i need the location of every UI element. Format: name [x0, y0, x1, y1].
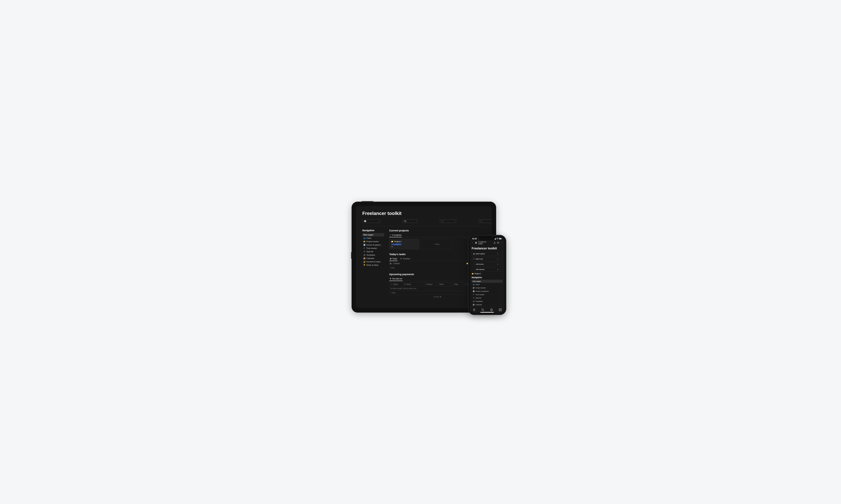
- col-client[interactable]: ↗Client: [436, 283, 451, 286]
- search-tab-icon[interactable]: [481, 308, 484, 311]
- more-icon[interactable]: ⋯: [500, 287, 502, 289]
- sidebar-item-client[interactable]: 👥Client: [362, 236, 384, 240]
- sidebar-item-templates[interactable]: ▤Templates: [362, 253, 384, 257]
- notifications-tab-icon[interactable]: [490, 308, 493, 311]
- folder-icon: 📁: [472, 273, 473, 275]
- breadcrumb[interactable]: Freelancer toolkit: [478, 241, 491, 245]
- ph-side-invoice[interactable]: 🧾Invoice & payment⋯: [472, 290, 503, 293]
- more-icon[interactable]: ⋯: [499, 269, 501, 270]
- svg-point-4: [482, 309, 483, 310]
- sidebar: Navigation Main pages 👥Client 📁Project t…: [362, 229, 384, 301]
- add-expense-button[interactable]: ↓ Add expense: [478, 219, 492, 223]
- ipad-hw-button: [362, 201, 373, 202]
- col-status[interactable]: ✦Status: [389, 283, 403, 286]
- comment-icon[interactable]: [497, 242, 499, 244]
- col-name[interactable]: AaName: [403, 283, 423, 286]
- sidebar-label: Time tracker: [366, 247, 377, 249]
- nav-bar: ‹ 📄 Freelancer toolkit ⋯: [470, 240, 505, 245]
- ph-quick-note[interactable]: ✎Quick note ⊚⋯: [472, 257, 503, 261]
- ph-add-expense[interactable]: ↓Add expense ⊚⋯: [472, 268, 503, 271]
- globe-icon: ◑: [390, 258, 391, 259]
- tab-label: In progress: [392, 234, 401, 236]
- ph-side-task-list[interactable]: ☑Task list⋯: [472, 296, 503, 300]
- task-name: Untitled: [393, 262, 400, 265]
- more-icon[interactable]: ⋯: [500, 290, 502, 292]
- quick-note-button[interactable]: Quick note: [402, 219, 418, 223]
- tab-label: Overdue: [403, 258, 410, 260]
- tab-today[interactable]: ◑ Today: [389, 257, 397, 261]
- quick-capture-label: Quick capture: [367, 220, 379, 222]
- arrow-up-icon: ↑: [473, 263, 475, 265]
- ph-side-main-pages[interactable]: Main pages: [472, 280, 503, 283]
- sparkle-icon: ✦: [391, 283, 392, 285]
- doc-icon: 📄: [475, 242, 477, 244]
- ph-side-templates[interactable]: ▤Templates⋯: [472, 300, 503, 303]
- ph-add-income[interactable]: ↑Add income ⊚⋯: [472, 262, 503, 266]
- list-tab-icon[interactable]: [472, 308, 476, 311]
- tab-not-paid-yet[interactable]: ⊗ Not paid yet: [389, 277, 402, 281]
- ph-side-client[interactable]: 👥Client⋯: [472, 283, 503, 286]
- sidebar-title: Navigation: [362, 229, 384, 232]
- sidebar-item-time-tracker[interactable]: ⏱Time tracker: [362, 247, 384, 250]
- project-label: Project 1: [475, 273, 481, 275]
- more-icon[interactable]: ⋯: [499, 258, 501, 260]
- folder-icon: 📁: [473, 287, 475, 289]
- add-income-label: Add income: [445, 220, 454, 222]
- back-button[interactable]: ‹: [471, 242, 473, 244]
- sidebar-header-label: Main pages: [363, 234, 373, 236]
- tab-label: Today: [392, 258, 397, 260]
- ph-side-time-tracker[interactable]: ⏱Time tracker⋯: [472, 293, 503, 296]
- sidebar-item-incomes-expenses[interactable]: 💰Incomes & expe…: [362, 260, 384, 263]
- sidebar-item-invoice[interactable]: 🧾Invoice & payme…: [362, 243, 384, 247]
- sidebar-item-task-list[interactable]: ☑Task list: [362, 250, 384, 253]
- more-icon[interactable]: ⋯: [500, 284, 502, 285]
- share-icon[interactable]: [493, 242, 496, 244]
- plus-icon: ＋: [433, 243, 435, 245]
- quick-capture-button[interactable]: Quick capture: [362, 219, 380, 223]
- more-icon[interactable]: ⋯: [500, 297, 502, 299]
- more-icon[interactable]: ⋯: [500, 304, 502, 306]
- sidebar-item-calendar[interactable]: 📅Calendar: [362, 257, 384, 260]
- sidebar-item-notes-ideas[interactable]: 💡Notes & ideas: [362, 263, 384, 267]
- ph-side-calendar[interactable]: 📅Calendar⋯: [472, 303, 503, 306]
- nav-label: Calendar: [476, 304, 482, 306]
- more-icon[interactable]: ⋯: [500, 294, 502, 295]
- new-project-card[interactable]: ＋ New: [421, 239, 451, 249]
- people-icon: 👥: [363, 237, 365, 239]
- tab-overdue[interactable]: ⊗ Overdue: [400, 257, 410, 261]
- sidebar-item-main-pages[interactable]: Main pages: [362, 233, 384, 236]
- nav-label: Invoice & payment: [476, 290, 489, 292]
- quick-note-label: Quick note: [407, 220, 416, 222]
- checkbox-icon[interactable]: ✓: [390, 263, 392, 265]
- col-amount[interactable]: #Amount: [423, 283, 436, 286]
- page-title: Freelancer toolkit: [362, 211, 485, 216]
- wifi-icon: [497, 238, 498, 239]
- new-tab-icon[interactable]: [499, 308, 502, 311]
- col-label: Client: [439, 283, 444, 285]
- svg-rect-3: [502, 238, 502, 239]
- more-icon[interactable]: ⋯: [499, 263, 501, 265]
- project-card[interactable]: 📁Project 1 In progress 0%: [389, 239, 419, 249]
- ph-side-project-tracker[interactable]: 📁Project tracker⋯: [472, 286, 503, 290]
- quick-actions-row: Quick capture Quick note ↑ Add income ↓ …: [362, 219, 485, 226]
- phone-project-row[interactable]: 📁 Project 1: [472, 273, 503, 275]
- phone-content: Freelancer toolkit ◉Quick capture ⊚⋯ ✎Qu…: [470, 245, 505, 307]
- tab-in-progress[interactable]: ◌ In progress: [389, 233, 402, 237]
- money-icon: 💰: [363, 261, 365, 263]
- more-icon[interactable]: ⋯: [501, 242, 503, 244]
- ph-quick-capture[interactable]: ◉Quick capture ⊚⋯: [472, 252, 503, 256]
- count-label: COUNT: [433, 296, 440, 298]
- pill-label: Quick note: [476, 258, 483, 260]
- add-income-button[interactable]: ↑ Add income: [440, 219, 456, 223]
- sigma-icon: Σ: [465, 283, 466, 285]
- col-date[interactable]: ▭Date: [451, 283, 463, 286]
- more-icon[interactable]: ⋯: [499, 253, 501, 255]
- sidebar-item-project-tracker[interactable]: 📁Project tracker: [362, 240, 384, 243]
- new-label: New: [436, 243, 439, 245]
- more-icon[interactable]: ⋯: [500, 300, 502, 302]
- note-icon: ✎: [473, 258, 475, 260]
- project-name: Project 1: [394, 240, 401, 242]
- sidebar-label: Notes & ideas: [366, 264, 378, 266]
- status-badge: In progress: [391, 243, 402, 245]
- clock-icon: ⏱: [363, 247, 365, 249]
